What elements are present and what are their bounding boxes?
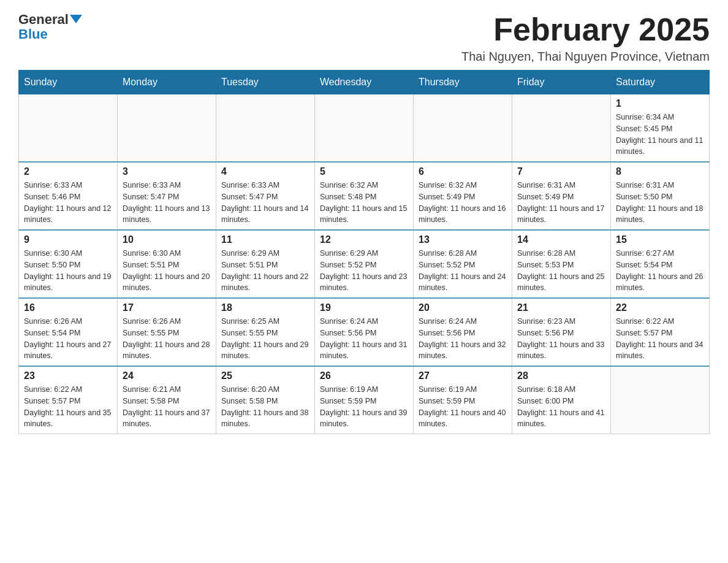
day-info: Sunrise: 6:25 AMSunset: 5:55 PMDaylight:… [221, 316, 309, 362]
table-row: 4Sunrise: 6:33 AMSunset: 5:47 PMDaylight… [216, 162, 315, 230]
day-number: 10 [123, 234, 211, 245]
table-row: 13Sunrise: 6:28 AMSunset: 5:52 PMDayligh… [414, 230, 512, 298]
table-row: 26Sunrise: 6:19 AMSunset: 5:59 PMDayligh… [315, 366, 414, 434]
logo-triangle-icon [70, 15, 82, 23]
day-info: Sunrise: 6:34 AMSunset: 5:45 PMDaylight:… [616, 112, 704, 158]
table-row: 25Sunrise: 6:20 AMSunset: 5:58 PMDayligh… [216, 366, 315, 434]
day-number: 5 [320, 166, 408, 177]
day-info: Sunrise: 6:28 AMSunset: 5:52 PMDaylight:… [419, 248, 507, 294]
table-row: 18Sunrise: 6:25 AMSunset: 5:55 PMDayligh… [216, 298, 315, 366]
table-row: 8Sunrise: 6:31 AMSunset: 5:50 PMDaylight… [611, 162, 710, 230]
day-info: Sunrise: 6:24 AMSunset: 5:56 PMDaylight:… [320, 316, 408, 362]
day-info: Sunrise: 6:31 AMSunset: 5:49 PMDaylight:… [517, 180, 605, 226]
table-row: 2Sunrise: 6:33 AMSunset: 5:46 PMDaylight… [19, 162, 118, 230]
day-info: Sunrise: 6:33 AMSunset: 5:47 PMDaylight:… [123, 180, 211, 226]
day-number: 14 [517, 234, 605, 245]
table-row: 10Sunrise: 6:30 AMSunset: 5:51 PMDayligh… [118, 230, 216, 298]
day-number: 21 [517, 302, 605, 313]
calendar-header-row: Sunday Monday Tuesday Wednesday Thursday… [19, 71, 710, 94]
header-sunday: Sunday [19, 71, 118, 94]
calendar-week-row: 9Sunrise: 6:30 AMSunset: 5:50 PMDaylight… [19, 230, 710, 298]
day-info: Sunrise: 6:22 AMSunset: 5:57 PMDaylight:… [616, 316, 704, 362]
day-number: 23 [24, 370, 112, 381]
table-row: 23Sunrise: 6:22 AMSunset: 5:57 PMDayligh… [19, 366, 118, 434]
day-number: 4 [221, 166, 309, 177]
day-info: Sunrise: 6:19 AMSunset: 5:59 PMDaylight:… [419, 384, 507, 430]
table-row: 3Sunrise: 6:33 AMSunset: 5:47 PMDaylight… [118, 162, 216, 230]
table-row: 22Sunrise: 6:22 AMSunset: 5:57 PMDayligh… [611, 298, 710, 366]
calendar-title: February 2025 [461, 12, 710, 47]
day-info: Sunrise: 6:32 AMSunset: 5:49 PMDaylight:… [419, 180, 507, 226]
day-number: 6 [419, 166, 507, 177]
table-row: 20Sunrise: 6:24 AMSunset: 5:56 PMDayligh… [414, 298, 512, 366]
header-tuesday: Tuesday [216, 71, 315, 94]
table-row: 14Sunrise: 6:28 AMSunset: 5:53 PMDayligh… [512, 230, 611, 298]
day-info: Sunrise: 6:22 AMSunset: 5:57 PMDaylight:… [24, 384, 112, 430]
day-info: Sunrise: 6:23 AMSunset: 5:56 PMDaylight:… [517, 316, 605, 362]
day-number: 15 [616, 234, 704, 245]
page-header: GeneralBlue February 2025 Thai Nguyen, T… [18, 12, 710, 64]
header-saturday: Saturday [611, 71, 710, 94]
calendar-table: Sunday Monday Tuesday Wednesday Thursday… [18, 70, 710, 434]
day-number: 28 [517, 370, 605, 381]
day-number: 19 [320, 302, 408, 313]
day-number: 17 [123, 302, 211, 313]
header-wednesday: Wednesday [315, 71, 414, 94]
day-info: Sunrise: 6:26 AMSunset: 5:55 PMDaylight:… [123, 316, 211, 362]
header-friday: Friday [512, 71, 611, 94]
day-number: 11 [221, 234, 309, 245]
day-info: Sunrise: 6:30 AMSunset: 5:51 PMDaylight:… [123, 248, 211, 294]
day-info: Sunrise: 6:18 AMSunset: 6:00 PMDaylight:… [517, 384, 605, 430]
day-number: 12 [320, 234, 408, 245]
day-info: Sunrise: 6:26 AMSunset: 5:54 PMDaylight:… [24, 316, 112, 362]
day-info: Sunrise: 6:20 AMSunset: 5:58 PMDaylight:… [221, 384, 309, 430]
day-number: 9 [24, 234, 112, 245]
table-row: 19Sunrise: 6:24 AMSunset: 5:56 PMDayligh… [315, 298, 414, 366]
logo-text: GeneralBlue [18, 12, 82, 42]
day-number: 24 [123, 370, 211, 381]
table-row: 24Sunrise: 6:21 AMSunset: 5:58 PMDayligh… [118, 366, 216, 434]
day-info: Sunrise: 6:24 AMSunset: 5:56 PMDaylight:… [419, 316, 507, 362]
day-number: 7 [517, 166, 605, 177]
table-row: 21Sunrise: 6:23 AMSunset: 5:56 PMDayligh… [512, 298, 611, 366]
day-info: Sunrise: 6:19 AMSunset: 5:59 PMDaylight:… [320, 384, 408, 430]
calendar-subtitle: Thai Nguyen, Thai Nguyen Province, Vietn… [461, 50, 710, 64]
day-info: Sunrise: 6:31 AMSunset: 5:50 PMDaylight:… [616, 180, 704, 226]
day-number: 2 [24, 166, 112, 177]
day-number: 8 [616, 166, 704, 177]
calendar-week-row: 23Sunrise: 6:22 AMSunset: 5:57 PMDayligh… [19, 366, 710, 434]
table-row [414, 94, 512, 163]
day-info: Sunrise: 6:32 AMSunset: 5:48 PMDaylight:… [320, 180, 408, 226]
day-number: 18 [221, 302, 309, 313]
day-info: Sunrise: 6:29 AMSunset: 5:52 PMDaylight:… [320, 248, 408, 294]
table-row: 1Sunrise: 6:34 AMSunset: 5:45 PMDaylight… [611, 94, 710, 163]
table-row: 16Sunrise: 6:26 AMSunset: 5:54 PMDayligh… [19, 298, 118, 366]
table-row [216, 94, 315, 163]
table-row: 6Sunrise: 6:32 AMSunset: 5:49 PMDaylight… [414, 162, 512, 230]
day-info: Sunrise: 6:29 AMSunset: 5:51 PMDaylight:… [221, 248, 309, 294]
table-row: 9Sunrise: 6:30 AMSunset: 5:50 PMDaylight… [19, 230, 118, 298]
day-number: 27 [419, 370, 507, 381]
day-number: 20 [419, 302, 507, 313]
calendar-week-row: 1Sunrise: 6:34 AMSunset: 5:45 PMDaylight… [19, 94, 710, 163]
day-info: Sunrise: 6:27 AMSunset: 5:54 PMDaylight:… [616, 248, 704, 294]
day-number: 25 [221, 370, 309, 381]
table-row: 15Sunrise: 6:27 AMSunset: 5:54 PMDayligh… [611, 230, 710, 298]
table-row: 11Sunrise: 6:29 AMSunset: 5:51 PMDayligh… [216, 230, 315, 298]
day-number: 26 [320, 370, 408, 381]
day-number: 22 [616, 302, 704, 313]
table-row [512, 94, 611, 163]
calendar-week-row: 2Sunrise: 6:33 AMSunset: 5:46 PMDaylight… [19, 162, 710, 230]
table-row [611, 366, 710, 434]
day-info: Sunrise: 6:21 AMSunset: 5:58 PMDaylight:… [123, 384, 211, 430]
table-row: 28Sunrise: 6:18 AMSunset: 6:00 PMDayligh… [512, 366, 611, 434]
day-info: Sunrise: 6:30 AMSunset: 5:50 PMDaylight:… [24, 248, 112, 294]
header-monday: Monday [118, 71, 216, 94]
day-number: 16 [24, 302, 112, 313]
day-info: Sunrise: 6:33 AMSunset: 5:46 PMDaylight:… [24, 180, 112, 226]
day-info: Sunrise: 6:33 AMSunset: 5:47 PMDaylight:… [221, 180, 309, 226]
logo: GeneralBlue [18, 12, 82, 42]
table-row: 7Sunrise: 6:31 AMSunset: 5:49 PMDaylight… [512, 162, 611, 230]
header-thursday: Thursday [414, 71, 512, 94]
table-row: 27Sunrise: 6:19 AMSunset: 5:59 PMDayligh… [414, 366, 512, 434]
